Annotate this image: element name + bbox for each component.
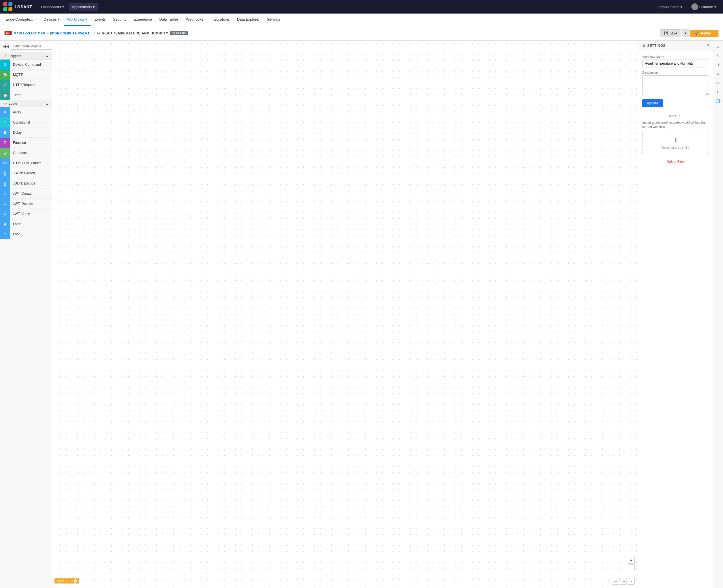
nav-webhooks[interactable]: Webhooks <box>183 14 207 26</box>
canvas-zoom-controls: + − <box>628 557 635 571</box>
logic-geofence[interactable]: ◎ Geofence <box>0 148 52 158</box>
trigger-mqtt[interactable]: 📡 MQTT <box>0 70 52 80</box>
develop-badge: develop <box>170 31 188 35</box>
strip-globe-icon[interactable]: 🌐 <box>714 97 722 105</box>
html-xml-parser-icon: <> <box>0 158 10 168</box>
svg-rect-3 <box>8 7 13 11</box>
json-encode-icon: [] <box>0 178 10 188</box>
logic-jwt-create[interactable]: ≡ JWT: Create <box>0 188 52 198</box>
import-section: IMPORT Import a previously exported work… <box>642 111 709 154</box>
nav-data-explorer[interactable]: Data Explorer <box>234 14 263 26</box>
logic-conditional[interactable]: Y Conditional <box>0 118 52 128</box>
icon-strip: ⚙ ⑂ ⬆ ≡ ⚙ ↻ 🌐 <box>713 41 723 588</box>
logic-json-decode[interactable]: [] JSON: Decode <box>0 168 52 178</box>
nav-events[interactable]: Events <box>91 14 109 26</box>
strip-layers-icon[interactable]: ≡ <box>714 70 722 78</box>
strip-gear-icon[interactable]: ⚙ <box>714 43 722 51</box>
trigger-http-request[interactable]: 🔗 HTTP Request <box>0 80 52 90</box>
organizations-nav-btn[interactable]: Organizations ▾ <box>653 3 686 11</box>
applications-nav-btn[interactable]: Applications ▾ <box>68 3 98 11</box>
nav-experience[interactable]: Experience <box>130 14 155 26</box>
logo-area: LOSANT <box>3 2 32 11</box>
fit-button[interactable]: ≡ <box>628 578 635 585</box>
canvas-history-controls: ↩ ↪ ≡ <box>612 578 635 585</box>
latch-icon: ♟ <box>0 219 10 229</box>
bc-app[interactable]: EDGE COMPUTE WALKT... <box>50 31 92 35</box>
canvas-grid <box>52 41 638 588</box>
strip-upload-icon[interactable]: ⬆ <box>714 61 722 69</box>
dashboards-nav-btn[interactable]: Dashboards ▾ <box>38 3 67 11</box>
breadcrumb-bar: ML MAIN LOSANT ORG / EDGE COMPUTE WALKT.… <box>0 26 723 41</box>
nav-devices[interactable]: Devices ▾ <box>40 14 63 26</box>
settings-body: Workflow Name Description Update IMPORT … <box>638 51 713 170</box>
zoom-out-button[interactable]: − <box>628 564 635 571</box>
settings-help-btn[interactable]: ? <box>707 43 709 48</box>
description-textarea[interactable] <box>642 75 709 95</box>
nav-right: Organizations ▾ Brandon ▾ <box>653 2 720 12</box>
agent-version-badge: Agent v1.0.0 ! <box>55 579 79 584</box>
nav-edge-compute[interactable]: Edge Compute... » <box>2 14 40 26</box>
file-drop-zone[interactable]: ⬆ Select or drop in file <box>642 132 709 154</box>
timer-icon: ⏰ <box>0 90 10 100</box>
trigger-device-command[interactable]: ⚙ Device: Command <box>0 60 52 70</box>
main-layout: ◀◀ ⚡ Triggers ▲ ⚙ Device: Command 📡 MQTT… <box>0 41 723 588</box>
settings-panel-header: ⚙ SETTINGS ? <box>638 41 713 51</box>
nav-workflows[interactable]: Workflows ▾ <box>64 14 90 26</box>
update-button[interactable]: Update <box>642 99 663 107</box>
user-nav-btn[interactable]: Brandon ▾ <box>688 2 720 12</box>
device-command-icon: ⚙ <box>0 60 10 70</box>
logic-loop[interactable]: ↺ Loop <box>0 229 52 239</box>
nav-settings[interactable]: Settings <box>264 14 284 26</box>
deploy-button[interactable]: 🚀 Deploy ... <box>690 29 719 37</box>
svg-rect-1 <box>8 2 13 6</box>
logic-array[interactable]: ≡ Array <box>0 107 52 118</box>
logic-html-xml-parser[interactable]: <> HTML/XML Parser <box>0 158 52 168</box>
org-badge: ML <box>4 31 12 35</box>
workflow-name-field: Workflow Name <box>642 55 709 67</box>
breadcrumb: ML MAIN LOSANT ORG / EDGE COMPUTE WALKT.… <box>4 31 660 35</box>
description-field: Description <box>642 71 709 96</box>
palette-search-input[interactable] <box>11 43 52 50</box>
loop-icon: ↺ <box>0 229 10 239</box>
logic-latch[interactable]: ♟ Latch <box>0 219 52 229</box>
save-button[interactable]: 💾 Save <box>660 29 681 37</box>
logic-items: ≡ Array Y Conditional ⏸ Delay Σ Function… <box>0 107 52 239</box>
jwt-verify-icon: ≡ <box>0 209 10 219</box>
nav-data-tables[interactable]: Data Tables <box>156 14 182 26</box>
jwt-create-icon: ≡ <box>0 188 10 198</box>
logic-delay[interactable]: ⏸ Delay <box>0 128 52 138</box>
logic-json-encode[interactable]: [] JSON: Encode <box>0 178 52 188</box>
upload-icon: ⬆ <box>647 137 704 144</box>
nav-security[interactable]: Security <box>110 14 130 26</box>
palette-collapse-btn[interactable]: ◀◀ <box>2 43 9 49</box>
logic-jwt-decode[interactable]: ≡ JWT: Decode <box>0 198 52 209</box>
palette-section-triggers[interactable]: ⚡ Triggers ▲ <box>0 52 52 60</box>
logic-function[interactable]: Σ Function <box>0 138 52 148</box>
losant-logo <box>3 2 13 11</box>
zoom-in-button[interactable]: + <box>628 557 635 564</box>
strip-refresh-icon[interactable]: ↻ <box>714 88 722 96</box>
palette-section-logic[interactable]: <> Logic ▲ <box>0 100 52 107</box>
jwt-decode-icon: ≡ <box>0 198 10 209</box>
delete-flow-button[interactable]: Delete Flow <box>642 158 709 166</box>
trigger-timer[interactable]: ⏰ Timer <box>0 90 52 100</box>
undo-button[interactable]: ↩ <box>612 578 619 585</box>
toolbar-right: 💾 Save ▾ 🚀 Deploy ... <box>660 29 719 37</box>
strip-branch-icon[interactable]: ⑂ <box>714 52 722 60</box>
logo-text: LOSANT <box>15 4 32 9</box>
save-dropdown-button[interactable]: ▾ <box>682 29 689 37</box>
nav-integrations[interactable]: Integrations <box>207 14 233 26</box>
json-decode-icon: [] <box>0 168 10 178</box>
svg-rect-2 <box>3 7 7 11</box>
mqtt-icon: 📡 <box>0 70 10 80</box>
redo-button[interactable]: ↪ <box>620 578 627 585</box>
logic-jwt-verify[interactable]: ≡ JWT: Verify <box>0 209 52 219</box>
workflow-canvas[interactable]: + − ↩ ↪ ≡ Agent v1.0.0 ! <box>52 41 638 588</box>
workflow-name-input[interactable] <box>642 60 709 67</box>
array-icon: ≡ <box>0 107 10 118</box>
palette-filter-bar: ◀◀ <box>0 41 52 52</box>
bc-org[interactable]: MAIN LOSANT ORG <box>14 31 45 35</box>
strip-settings2-icon[interactable]: ⚙ <box>714 79 722 87</box>
avatar <box>691 3 698 10</box>
settings-panel: ⚙ SETTINGS ? Workflow Name Description U… <box>638 41 713 588</box>
